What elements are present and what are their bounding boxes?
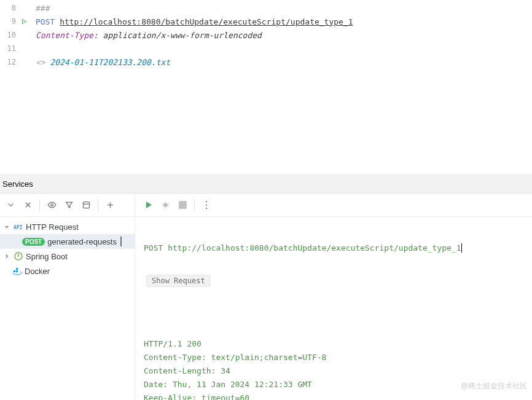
docker-icon: [12, 266, 22, 276]
tree-node-docker[interactable]: Docker: [0, 264, 135, 278]
tree-node-spring-boot[interactable]: Spring Boot: [0, 249, 135, 264]
editor-gutter: 89101112: [0, 0, 31, 175]
run-gutter-icon: [17, 55, 31, 69]
line-number: 9: [4, 17, 17, 26]
svg-rect-6: [16, 268, 18, 270]
tree-label: Docker: [25, 267, 50, 276]
line-number: 8: [4, 4, 17, 12]
spring-boot-icon: [14, 251, 23, 261]
code-line[interactable]: [36, 42, 532, 55]
line-number: 12: [4, 58, 17, 66]
line-number: 11: [4, 44, 17, 53]
services-title-text: Services: [2, 179, 33, 189]
http-api-icon: API: [14, 222, 23, 232]
filter-icon[interactable]: [62, 198, 76, 212]
line-number: 10: [4, 31, 17, 39]
show-request-button[interactable]: Show Request: [146, 275, 211, 287]
services-left-toolbar: [0, 194, 135, 217]
debug-icon[interactable]: [158, 198, 172, 212]
run-gutter-icon: [17, 42, 31, 55]
output-header-line: Keep-Alive: timeout=60: [144, 391, 523, 400]
expand-down-icon[interactable]: [4, 198, 17, 212]
close-icon[interactable]: [21, 198, 34, 212]
chevron-down-icon[interactable]: [2, 222, 11, 231]
run-gutter-icon: [17, 1, 31, 15]
output-header-line: Content-Length: 34: [144, 364, 523, 378]
services-panel-title[interactable]: Services: [0, 175, 532, 194]
svg-point-7: [163, 203, 167, 206]
tree-label: generated-requests: [47, 237, 117, 246]
more-icon[interactable]: ⋮: [200, 198, 213, 212]
layout-icon[interactable]: [79, 198, 93, 212]
output-header-line: HTTP/1.1 200: [144, 337, 523, 351]
add-icon[interactable]: [103, 198, 117, 212]
tree-node-generated-requests[interactable]: POST generated-requests: [0, 234, 135, 249]
method-badge-post: POST: [22, 238, 45, 246]
run-gutter-icon[interactable]: [17, 15, 31, 28]
chevron-right-icon[interactable]: [2, 252, 11, 261]
tree-label: HTTP Request: [26, 222, 79, 232]
services-right-toolbar: ⋮: [135, 194, 532, 217]
response-output[interactable]: POST http://localhost:8080/batchUpdate/e…: [135, 217, 532, 400]
run-gutter-icon: [17, 28, 31, 42]
svg-point-0: [50, 204, 53, 206]
svg-rect-5: [16, 270, 18, 272]
toolbar-separator: [194, 199, 195, 211]
tree-label: Spring Boot: [26, 252, 68, 261]
services-tree-pane: API HTTP Request POST generated-requests…: [0, 194, 135, 400]
code-line[interactable]: Content-Type: application/x-www-form-url…: [36, 28, 532, 42]
services-panel-body: API HTTP Request POST generated-requests…: [0, 194, 532, 400]
run-icon[interactable]: [141, 198, 155, 212]
code-line[interactable]: <> 2024-01-11T202133.200.txt: [36, 55, 532, 69]
tree-node-http-request[interactable]: API HTTP Request: [0, 219, 135, 234]
stop-icon[interactable]: [176, 198, 189, 212]
services-output-pane: ⋮ POST http://localhost:8080/batchUpdate…: [135, 194, 532, 400]
output-request-line: POST http://localhost:8080/batchUpdate/e…: [144, 241, 523, 255]
services-tree: API HTTP Request POST generated-requests…: [0, 217, 135, 278]
cursor-indicator: [120, 237, 122, 246]
editor-code-area[interactable]: ###POST http://localhost:8080/batchUpdat…: [31, 0, 532, 175]
code-line[interactable]: POST http://localhost:8080/batchUpdate/e…: [36, 15, 532, 28]
output-header-line: Content-Type: text/plain;charset=UTF-8: [144, 351, 523, 364]
watermark-text: @稀土掘金技术社区: [461, 381, 527, 391]
code-editor: 89101112 ###POST http://localhost:8080/b…: [0, 0, 532, 175]
toolbar-separator: [39, 199, 40, 211]
svg-rect-1: [83, 202, 89, 208]
eye-icon[interactable]: [45, 198, 58, 212]
svg-rect-4: [14, 270, 15, 272]
toolbar-separator: [98, 199, 98, 211]
code-line[interactable]: ###: [36, 1, 532, 15]
text-cursor: [461, 243, 462, 253]
svg-text:API: API: [14, 225, 23, 230]
